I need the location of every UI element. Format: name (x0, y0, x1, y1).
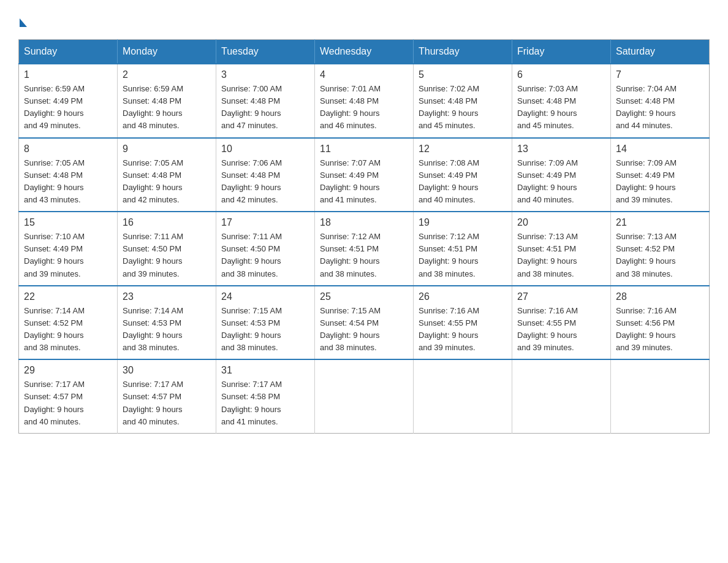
calendar-day-header: Friday (512, 40, 611, 64)
calendar-week-row: 29 Sunrise: 7:17 AM Sunset: 4:57 PM Dayl… (19, 359, 710, 433)
day-info: Sunrise: 7:00 AM Sunset: 4:48 PM Dayligh… (221, 83, 309, 132)
page-header (18, 12, 710, 27)
day-number: 19 (419, 217, 507, 228)
calendar-day-header: Monday (118, 40, 216, 64)
day-number: 26 (419, 291, 507, 302)
day-info: Sunrise: 7:08 AM Sunset: 4:49 PM Dayligh… (419, 157, 507, 207)
day-info: Sunrise: 7:06 AM Sunset: 4:48 PM Dayligh… (221, 157, 309, 207)
day-number: 29 (24, 365, 112, 376)
calendar-day-cell: 5 Sunrise: 7:02 AM Sunset: 4:48 PM Dayli… (414, 64, 512, 138)
calendar-day-cell: 4 Sunrise: 7:01 AM Sunset: 4:48 PM Dayli… (315, 64, 414, 138)
calendar-day-cell: 12 Sunrise: 7:08 AM Sunset: 4:49 PM Dayl… (414, 138, 512, 212)
logo (18, 18, 28, 27)
day-info: Sunrise: 7:12 AM Sunset: 4:51 PM Dayligh… (419, 231, 507, 280)
day-number: 10 (221, 144, 309, 155)
day-info: Sunrise: 7:17 AM Sunset: 4:57 PM Dayligh… (24, 378, 112, 428)
calendar-table: SundayMondayTuesdayWednesdayThursdayFrid… (18, 39, 710, 434)
day-number: 17 (221, 217, 309, 228)
day-number: 7 (616, 69, 704, 80)
calendar-week-row: 22 Sunrise: 7:14 AM Sunset: 4:52 PM Dayl… (19, 286, 710, 360)
calendar-day-header: Sunday (19, 40, 118, 64)
day-info: Sunrise: 7:12 AM Sunset: 4:51 PM Dayligh… (320, 231, 408, 280)
day-info: Sunrise: 7:09 AM Sunset: 4:49 PM Dayligh… (517, 157, 605, 207)
calendar-day-cell: 29 Sunrise: 7:17 AM Sunset: 4:57 PM Dayl… (19, 359, 118, 433)
day-number: 1 (24, 69, 112, 80)
day-info: Sunrise: 7:10 AM Sunset: 4:49 PM Dayligh… (24, 231, 112, 280)
day-info: Sunrise: 7:14 AM Sunset: 4:53 PM Dayligh… (123, 305, 211, 354)
day-info: Sunrise: 7:13 AM Sunset: 4:51 PM Dayligh… (517, 231, 605, 280)
day-info: Sunrise: 7:16 AM Sunset: 4:55 PM Dayligh… (419, 305, 507, 354)
calendar-day-cell: 24 Sunrise: 7:15 AM Sunset: 4:53 PM Dayl… (216, 286, 315, 360)
calendar-day-cell: 3 Sunrise: 7:00 AM Sunset: 4:48 PM Dayli… (216, 64, 315, 138)
day-number: 31 (221, 365, 309, 376)
calendar-day-cell: 13 Sunrise: 7:09 AM Sunset: 4:49 PM Dayl… (512, 138, 611, 212)
calendar-day-cell (414, 359, 512, 433)
day-number: 22 (24, 291, 112, 302)
calendar-day-cell: 26 Sunrise: 7:16 AM Sunset: 4:55 PM Dayl… (414, 286, 512, 360)
day-number: 24 (221, 291, 309, 302)
day-number: 23 (123, 291, 211, 302)
calendar-day-cell: 2 Sunrise: 6:59 AM Sunset: 4:48 PM Dayli… (118, 64, 216, 138)
calendar-day-cell (611, 359, 710, 433)
day-info: Sunrise: 7:05 AM Sunset: 4:48 PM Dayligh… (123, 157, 211, 207)
day-info: Sunrise: 7:11 AM Sunset: 4:50 PM Dayligh… (123, 231, 211, 280)
day-info: Sunrise: 7:15 AM Sunset: 4:53 PM Dayligh… (221, 305, 309, 354)
day-number: 5 (419, 69, 507, 80)
calendar-day-cell: 31 Sunrise: 7:17 AM Sunset: 4:58 PM Dayl… (216, 359, 315, 433)
day-number: 15 (24, 217, 112, 228)
calendar-day-cell: 10 Sunrise: 7:06 AM Sunset: 4:48 PM Dayl… (216, 138, 315, 212)
day-number: 13 (517, 144, 605, 155)
day-number: 18 (320, 217, 408, 228)
day-info: Sunrise: 7:01 AM Sunset: 4:48 PM Dayligh… (320, 83, 408, 132)
day-info: Sunrise: 6:59 AM Sunset: 4:48 PM Dayligh… (123, 83, 211, 132)
calendar-day-cell: 1 Sunrise: 6:59 AM Sunset: 4:49 PM Dayli… (19, 64, 118, 138)
day-number: 21 (616, 217, 704, 228)
day-number: 9 (123, 144, 211, 155)
day-info: Sunrise: 7:16 AM Sunset: 4:55 PM Dayligh… (517, 305, 605, 354)
day-info: Sunrise: 7:14 AM Sunset: 4:52 PM Dayligh… (24, 305, 112, 354)
day-info: Sunrise: 7:15 AM Sunset: 4:54 PM Dayligh… (320, 305, 408, 354)
day-number: 16 (123, 217, 211, 228)
calendar-day-cell: 7 Sunrise: 7:04 AM Sunset: 4:48 PM Dayli… (611, 64, 710, 138)
day-number: 4 (320, 69, 408, 80)
calendar-week-row: 8 Sunrise: 7:05 AM Sunset: 4:48 PM Dayli… (19, 138, 710, 212)
calendar-day-cell: 15 Sunrise: 7:10 AM Sunset: 4:49 PM Dayl… (19, 212, 118, 286)
day-info: Sunrise: 7:05 AM Sunset: 4:48 PM Dayligh… (24, 157, 112, 207)
day-number: 30 (123, 365, 211, 376)
calendar-day-cell: 30 Sunrise: 7:17 AM Sunset: 4:57 PM Dayl… (118, 359, 216, 433)
calendar-day-cell: 19 Sunrise: 7:12 AM Sunset: 4:51 PM Dayl… (414, 212, 512, 286)
day-info: Sunrise: 7:13 AM Sunset: 4:52 PM Dayligh… (616, 231, 704, 280)
calendar-week-row: 15 Sunrise: 7:10 AM Sunset: 4:49 PM Dayl… (19, 212, 710, 286)
day-number: 6 (517, 69, 605, 80)
calendar-day-cell: 22 Sunrise: 7:14 AM Sunset: 4:52 PM Dayl… (19, 286, 118, 360)
calendar-day-cell: 21 Sunrise: 7:13 AM Sunset: 4:52 PM Dayl… (611, 212, 710, 286)
calendar-day-cell: 28 Sunrise: 7:16 AM Sunset: 4:56 PM Dayl… (611, 286, 710, 360)
calendar-day-cell: 20 Sunrise: 7:13 AM Sunset: 4:51 PM Dayl… (512, 212, 611, 286)
day-number: 27 (517, 291, 605, 302)
calendar-week-row: 1 Sunrise: 6:59 AM Sunset: 4:49 PM Dayli… (19, 64, 710, 138)
day-info: Sunrise: 7:03 AM Sunset: 4:48 PM Dayligh… (517, 83, 605, 132)
day-info: Sunrise: 7:07 AM Sunset: 4:49 PM Dayligh… (320, 157, 408, 207)
calendar-day-header: Thursday (414, 40, 512, 64)
day-number: 28 (616, 291, 704, 302)
calendar-day-header: Wednesday (315, 40, 414, 64)
calendar-day-cell: 23 Sunrise: 7:14 AM Sunset: 4:53 PM Dayl… (118, 286, 216, 360)
day-number: 12 (419, 144, 507, 155)
calendar-day-cell: 6 Sunrise: 7:03 AM Sunset: 4:48 PM Dayli… (512, 64, 611, 138)
day-number: 14 (616, 144, 704, 155)
day-number: 8 (24, 144, 112, 155)
calendar-day-cell: 25 Sunrise: 7:15 AM Sunset: 4:54 PM Dayl… (315, 286, 414, 360)
calendar-day-cell (315, 359, 414, 433)
calendar-day-cell: 18 Sunrise: 7:12 AM Sunset: 4:51 PM Dayl… (315, 212, 414, 286)
calendar-day-cell (512, 359, 611, 433)
calendar-day-header: Tuesday (216, 40, 315, 64)
calendar-day-cell: 8 Sunrise: 7:05 AM Sunset: 4:48 PM Dayli… (19, 138, 118, 212)
day-info: Sunrise: 7:09 AM Sunset: 4:49 PM Dayligh… (616, 157, 704, 207)
calendar-day-header: Saturday (611, 40, 710, 64)
day-number: 20 (517, 217, 605, 228)
calendar-header-row: SundayMondayTuesdayWednesdayThursdayFrid… (19, 40, 710, 64)
calendar-day-cell: 9 Sunrise: 7:05 AM Sunset: 4:48 PM Dayli… (118, 138, 216, 212)
calendar-day-cell: 14 Sunrise: 7:09 AM Sunset: 4:49 PM Dayl… (611, 138, 710, 212)
day-info: Sunrise: 7:04 AM Sunset: 4:48 PM Dayligh… (616, 83, 704, 132)
calendar-day-cell: 17 Sunrise: 7:11 AM Sunset: 4:50 PM Dayl… (216, 212, 315, 286)
